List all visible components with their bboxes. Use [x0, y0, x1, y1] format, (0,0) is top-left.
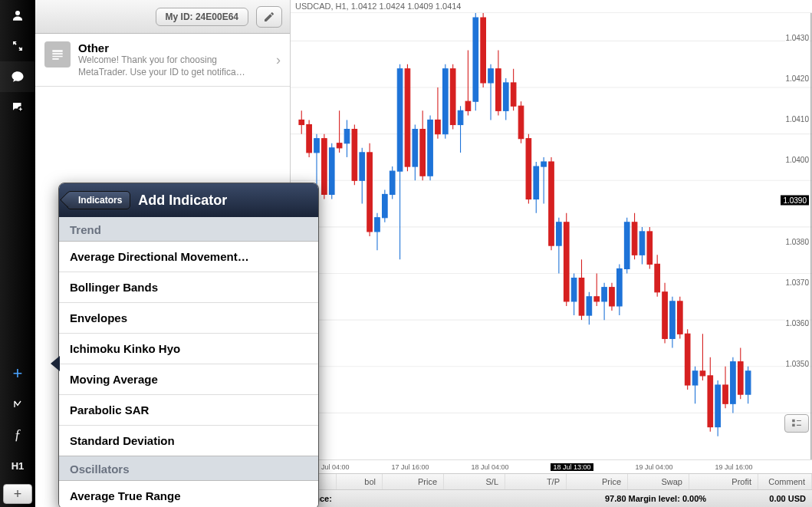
svg-rect-115 [685, 334, 690, 385]
add-chart-button[interactable]: + [3, 484, 32, 504]
popover-header: Indicators Add Indicator [59, 183, 318, 217]
order-col[interactable]: Price [383, 474, 444, 489]
chart-body[interactable]: 1.04301.04201.04101.04001.03901.03801.03… [291, 13, 812, 459]
svg-rect-47 [428, 120, 433, 176]
back-button[interactable]: Indicators [67, 191, 130, 209]
timeframe-label[interactable]: H1 [0, 450, 35, 481]
svg-rect-119 [700, 371, 705, 376]
svg-rect-107 [655, 264, 660, 291]
svg-rect-91 [594, 297, 600, 301]
message-item[interactable]: Other Welcome! Thank you for choosing Me… [35, 34, 290, 87]
svg-rect-57 [465, 101, 471, 110]
price-axis: 1.04301.04201.04101.04001.03901.03801.03… [774, 13, 812, 444]
popover-body[interactable]: Trend Average Directional Movement…Bolli… [59, 217, 318, 507]
svg-rect-77 [541, 162, 547, 166]
svg-rect-81 [557, 222, 562, 245]
svg-rect-87 [579, 278, 584, 316]
svg-rect-15 [307, 125, 312, 153]
svg-rect-83 [564, 222, 569, 301]
svg-rect-89 [587, 297, 592, 315]
crosshair-tool-icon[interactable]: + [0, 358, 35, 389]
add-chat-icon[interactable] [0, 92, 35, 123]
object-tool-icon[interactable] [0, 389, 35, 420]
svg-rect-39 [397, 69, 403, 171]
svg-rect-123 [715, 385, 721, 427]
order-col[interactable]: T/P [505, 474, 567, 489]
svg-rect-121 [708, 376, 713, 427]
expand-icon[interactable] [0, 31, 35, 61]
svg-rect-43 [413, 130, 418, 167]
svg-rect-13 [299, 120, 304, 124]
svg-rect-51 [443, 69, 449, 134]
price-tick: 1.0360 [785, 318, 809, 327]
order-col[interactable]: Price [567, 474, 628, 489]
svg-rect-71 [518, 106, 524, 138]
order-col[interactable]: Comment [758, 474, 812, 489]
svg-rect-65 [496, 69, 501, 111]
svg-rect-95 [610, 288, 615, 306]
indicator-item[interactable]: Parabolic SAR [59, 395, 318, 426]
osc-list: Average True Range [59, 480, 318, 507]
message-title: Other [78, 41, 268, 54]
svg-rect-109 [662, 292, 668, 339]
svg-rect-23 [337, 143, 342, 148]
add-indicator-popover: Indicators Add Indicator Trend Average D… [58, 183, 319, 507]
profile-icon[interactable] [0, 0, 35, 31]
svg-rect-55 [458, 110, 463, 124]
indicator-tool-icon[interactable]: ƒ [0, 420, 35, 450]
order-col[interactable]: Profit [689, 474, 758, 489]
svg-rect-61 [481, 18, 486, 83]
order-col[interactable]: Swap [628, 474, 689, 489]
chat-icon[interactable] [0, 61, 35, 92]
order-col[interactable]: S/L [444, 474, 505, 489]
svg-rect-63 [488, 69, 494, 83]
svg-rect-21 [329, 148, 334, 195]
indicator-item[interactable]: Average True Range [59, 481, 318, 507]
time-axis: 17 Jul 04:0017 Jul 16:0018 Jul 04:0018 J… [291, 459, 812, 473]
svg-rect-101 [632, 222, 637, 255]
popover-arrow [51, 356, 60, 371]
svg-rect-75 [534, 166, 539, 199]
svg-rect-59 [473, 18, 478, 101]
indicator-item[interactable]: Moving Average [59, 364, 318, 395]
svg-rect-132 [792, 420, 795, 423]
indicator-item[interactable]: Average Directional Movement… [59, 242, 318, 272]
time-tick: 18 Jul 13:00 [551, 463, 593, 471]
compose-button[interactable] [256, 6, 282, 28]
time-tick: 19 Jul 04:00 [635, 463, 672, 471]
svg-rect-111 [670, 301, 676, 339]
trend-list: Average Directional Movement…Bollinger B… [59, 241, 318, 456]
order-table-header: OrderbolPriceS/LT/PPriceSwapProfitCommen… [291, 473, 812, 490]
price-tick: 1.0390 [781, 196, 809, 206]
balance-row: Balance: 97.80 Margin level: 0.00% 0.00 … [291, 490, 812, 507]
popover-title: Add Indicator [138, 193, 227, 209]
section-osc-label: Oscillators [59, 456, 318, 480]
indicator-item[interactable]: Ichimoku Kinko Hyo [59, 334, 318, 364]
svg-rect-79 [549, 162, 554, 245]
time-tick: 18 Jul 04:00 [471, 463, 508, 471]
chart-settings-icon[interactable] [784, 414, 809, 433]
price-tick: 1.0410 [785, 115, 809, 123]
svg-rect-133 [792, 424, 795, 427]
my-id-pill[interactable]: My ID: 24E00E64 [156, 8, 248, 26]
chart-header: USDCAD, H1, 1.0412 1.0424 1.0409 1.0414 [291, 0, 812, 13]
indicator-item[interactable]: Bollinger Bands [59, 272, 318, 303]
svg-rect-127 [731, 362, 736, 404]
sidebar: + ƒ H1 + [0, 0, 35, 507]
price-tick: 1.0430 [785, 33, 809, 41]
order-col[interactable]: bol [337, 474, 383, 489]
indicator-item[interactable]: Standard Deviation [59, 426, 318, 456]
indicator-item[interactable]: Envelopes [59, 303, 318, 334]
message-body: Welcome! Thank you for choosing MetaTrad… [78, 54, 268, 78]
price-tick: 1.0370 [785, 278, 809, 286]
svg-rect-37 [390, 171, 395, 194]
svg-rect-27 [352, 130, 357, 181]
balance-right: 0.00 USD [769, 494, 806, 503]
svg-rect-93 [602, 288, 607, 301]
svg-rect-103 [639, 232, 645, 255]
svg-rect-53 [450, 69, 455, 125]
svg-rect-113 [678, 301, 683, 334]
svg-rect-131 [745, 371, 751, 394]
svg-rect-31 [367, 153, 373, 232]
svg-rect-19 [322, 139, 327, 195]
